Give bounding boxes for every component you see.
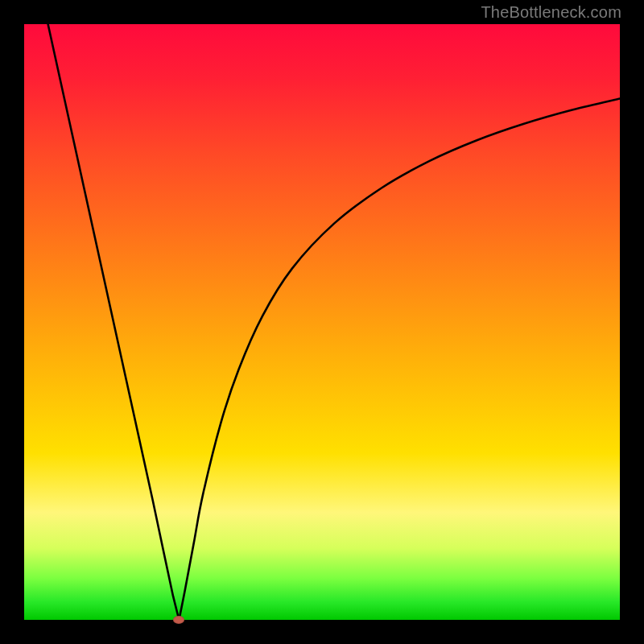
minimum-marker (173, 616, 184, 624)
watermark-text: TheBottleneck.com (481, 3, 621, 22)
plot-area (24, 24, 620, 620)
chart-frame: TheBottleneck.com (0, 0, 644, 644)
curve-right-branch (179, 99, 620, 621)
bottleneck-curve (24, 24, 620, 620)
curve-left-branch (48, 24, 180, 620)
